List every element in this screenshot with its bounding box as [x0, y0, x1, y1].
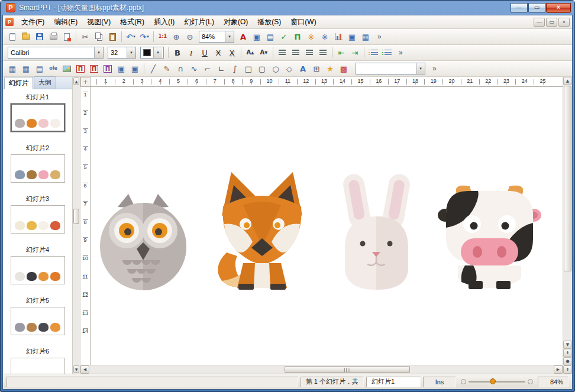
scroll-down-icon[interactable]: ▼ [73, 365, 79, 373]
slide-thumbnail-item[interactable]: 幻灯片1 [3, 93, 72, 144]
indent-decrease-icon[interactable]: ⇤ [335, 46, 348, 59]
owl-graphic[interactable] [99, 190, 188, 291]
slide-thumbnail[interactable] [11, 256, 65, 284]
bold-icon[interactable]: B [171, 46, 184, 59]
numbering-icon[interactable] [380, 46, 393, 59]
indent-increase-icon[interactable]: ⇥ [348, 46, 361, 59]
scroll-up-icon[interactable]: ▲ [563, 77, 572, 85]
cut-icon[interactable]: ✂ [79, 30, 92, 43]
menu-item-object[interactable]: 对象(O) [219, 15, 253, 29]
chevron-down-icon[interactable]: ▾ [94, 47, 103, 58]
splitter-grip[interactable] [73, 209, 79, 224]
scrollbar-track[interactable] [563, 86, 572, 340]
menu-item-play[interactable]: 播放(S) [253, 15, 286, 29]
font-color-icon[interactable]: A [237, 30, 250, 43]
close-button[interactable]: × [546, 3, 571, 13]
align-left-icon[interactable] [276, 46, 289, 59]
toolbar-overflow-button[interactable]: » [430, 63, 439, 74]
wordart-text-icon[interactable]: A [296, 62, 309, 75]
chart-icon[interactable] [332, 30, 345, 43]
align-justify-icon[interactable] [316, 46, 330, 59]
chevron-down-icon[interactable]: ▾ [153, 47, 162, 58]
menu-item-insert[interactable]: 插入(I) [149, 15, 179, 29]
next-slide-button[interactable]: ⇟ [563, 365, 572, 374]
crop-icon[interactable]: ⊞ [310, 62, 323, 75]
zoom-combo[interactable]: 84% ▾ [199, 31, 234, 43]
table-grid-icon[interactable]: ▦ [20, 62, 33, 75]
slide-thumbnail-item[interactable]: 幻灯片6 [3, 347, 72, 374]
scrollbar-thumb[interactable] [564, 86, 571, 271]
zoom-out-icon[interactable]: ⊖ [183, 30, 196, 43]
font-size-combo[interactable]: 32 ▾ [108, 47, 136, 59]
slide-panel-scrollbar[interactable]: ▲ ▼ [73, 77, 80, 374]
scrollbar-track[interactable] [73, 86, 80, 365]
table-icon[interactable]: ▦ [6, 62, 19, 75]
chevron-down-icon[interactable]: ▾ [133, 34, 135, 39]
vertical-textbox-icon[interactable]: П [88, 62, 101, 75]
scroll-up-icon[interactable]: ▲ [73, 77, 79, 85]
curved-connector-icon[interactable]: ∫ [228, 62, 241, 75]
align-right-icon[interactable] [303, 46, 316, 59]
zoom-in-button[interactable] [528, 379, 533, 384]
object-window-icon[interactable]: ▣ [128, 62, 141, 75]
maximize-button[interactable]: ▭ [528, 3, 545, 13]
chevron-down-icon[interactable]: ▾ [416, 63, 425, 74]
menu-item-view[interactable]: 视图(V) [82, 15, 115, 29]
underline-icon[interactable]: U [198, 46, 211, 59]
rectangle-icon[interactable]: □ [242, 62, 255, 75]
zoom-in-icon[interactable]: ⊕ [170, 30, 183, 43]
browse-button[interactable]: ● [563, 357, 572, 365]
menu-item-file[interactable]: 文件(F) [17, 15, 49, 29]
open-icon[interactable] [20, 30, 33, 43]
cow-graphic[interactable] [438, 182, 541, 291]
scrollbar-track[interactable] [89, 365, 554, 374]
notes-icon[interactable]: ▦ [359, 30, 372, 43]
new-icon[interactable] [6, 30, 19, 43]
zoom-slider-thumb[interactable] [490, 378, 496, 384]
spell-check-icon[interactable]: ✓ [277, 30, 290, 43]
menu-item-window[interactable]: 窗口(W) [286, 15, 321, 29]
tab-outline[interactable]: 大纲 [34, 76, 56, 89]
scroll-left-icon[interactable]: ◀ [80, 365, 89, 374]
align-center-icon[interactable] [289, 46, 302, 59]
textbox-icon[interactable]: П [74, 62, 87, 75]
picture-icon[interactable] [60, 62, 73, 75]
toolbar-overflow-button[interactable]: » [396, 47, 405, 58]
frame-icon[interactable]: ▣ [115, 62, 128, 75]
mdi-minimize-button[interactable]: — [534, 18, 545, 27]
slide-thumbnail-item[interactable]: 幻灯片4 [3, 245, 72, 296]
insert-mode-indicator[interactable]: Ins [423, 377, 456, 387]
toolbar-overflow-button[interactable]: » [375, 31, 384, 42]
actual-size-icon[interactable]: 1:1 [156, 30, 169, 43]
mdi-restore-button[interactable]: ▭ [546, 18, 557, 27]
formula-icon[interactable]: Π [291, 30, 304, 43]
star-icon[interactable]: ★ [324, 62, 337, 75]
zoom-out-button[interactable] [461, 379, 466, 384]
export-icon[interactable] [60, 30, 73, 43]
slide-thumbnail-item[interactable]: 幻灯片5 [3, 296, 72, 347]
minimize-button[interactable]: — [511, 3, 528, 13]
paste-icon[interactable] [106, 30, 119, 43]
slide-thumbnail[interactable] [11, 205, 65, 234]
print-icon[interactable] [47, 30, 60, 43]
line-icon[interactable]: ╱ [147, 62, 160, 75]
strikethrough-icon[interactable]: X [212, 46, 225, 59]
previous-slide-button[interactable]: ⇞ [563, 349, 572, 357]
document-icon[interactable]: P [5, 18, 14, 26]
italic-icon[interactable]: I [185, 46, 198, 59]
slide-thumbnail-item[interactable]: 幻灯片3 [3, 195, 72, 245]
menu-item-format[interactable]: 格式(R) [115, 15, 149, 29]
chevron-down-icon[interactable]: ▾ [147, 34, 149, 39]
menu-item-slide[interactable]: 幻灯片(L) [179, 15, 219, 29]
scrollbar-thumb[interactable] [285, 366, 410, 373]
slide-thumbnail[interactable] [11, 358, 65, 374]
decrease-font-icon[interactable]: A▾ [257, 46, 270, 59]
ellipse-icon[interactable]: ○ [269, 62, 282, 75]
undo-icon[interactable]: ↶▾ [124, 30, 137, 43]
slide-thumbnail[interactable] [11, 103, 65, 132]
polygon-icon[interactable]: ◇ [283, 62, 296, 75]
bullets-icon[interactable] [367, 46, 380, 59]
slide-canvas[interactable] [91, 87, 563, 365]
zoom-slider-track[interactable] [469, 381, 525, 383]
shape-style-combo[interactable]: ▾ [356, 63, 425, 74]
